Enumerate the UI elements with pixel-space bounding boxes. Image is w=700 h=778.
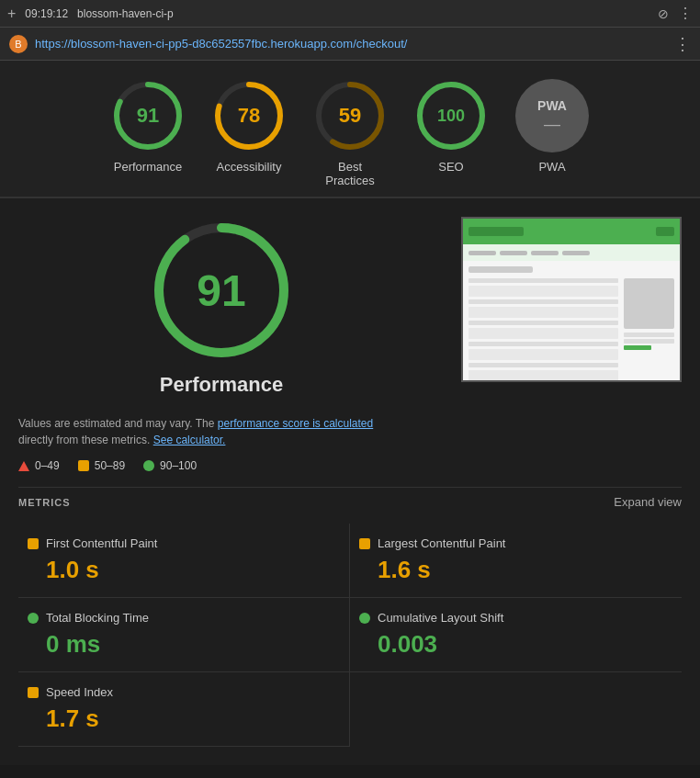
cls-dot	[359, 613, 370, 624]
score-legend: 0–49 50–89 90–100	[18, 459, 682, 472]
expand-view-button[interactable]: Expand view	[614, 495, 682, 509]
fcp-value: 1.0 s	[28, 556, 340, 584]
pwa-dash-icon: —	[544, 115, 560, 134]
legend-fail-range: 0–49	[35, 459, 60, 472]
big-score-circle: 91	[148, 217, 295, 364]
score-label-accessibility: Accessibility	[217, 160, 282, 174]
tbt-value: 0 ms	[28, 630, 340, 659]
si-dot	[28, 687, 39, 698]
score-label-best-practices: Best Practices	[313, 160, 387, 187]
si-value: 1.7 s	[28, 705, 340, 733]
score-item-best-practices[interactable]: 59 Best Practices	[313, 79, 387, 187]
metrics-header: METRICS Expand view	[18, 495, 682, 509]
score-circle-performance: 91	[111, 79, 185, 152]
score-circle-accessibility: 78	[212, 79, 286, 152]
calculator-link[interactable]: See calculator.	[153, 434, 226, 446]
description-text: Values are estimated and may vary. The p…	[18, 415, 386, 448]
pwa-circle: PWA —	[515, 79, 589, 152]
site-favicon: B	[9, 35, 28, 53]
legend-average: 50–89	[78, 459, 125, 472]
tbt-name: Total Blocking Time	[46, 611, 149, 625]
cls-value: 0.003	[359, 630, 672, 659]
metric-cls: Cumulative Layout Shift 0.003	[350, 598, 682, 672]
score-item-accessibility[interactable]: 78 Accessibility	[212, 79, 286, 187]
score-value-performance: 91	[137, 104, 159, 128]
score-circle-seo: 100	[414, 79, 488, 152]
scores-section: 91 Performance 78 Accessibility 59 Best …	[0, 61, 700, 198]
fail-icon	[18, 461, 29, 471]
url-display[interactable]: https://blossom-haven-ci-pp5-d8c652557fb…	[35, 37, 407, 51]
score-value-accessibility: 78	[238, 104, 260, 128]
page-tab-title: blossom-haven-ci-p	[77, 7, 649, 20]
score-circle-best-practices: 59	[313, 79, 387, 152]
score-item-seo[interactable]: 100 SEO	[414, 79, 488, 187]
metrics-grid: First Contentful Paint 1.0 s Largest Con…	[18, 524, 682, 747]
legend-good-range: 90–100	[160, 459, 197, 472]
metric-fcp: First Contentful Paint 1.0 s	[18, 524, 350, 598]
legend-fail: 0–49	[18, 459, 60, 472]
fcp-dot	[28, 538, 39, 549]
score-label-pwa: PWA	[538, 160, 565, 174]
si-name: Speed Index	[46, 685, 113, 699]
tbt-dot	[28, 613, 39, 624]
score-item-pwa[interactable]: PWA — PWA	[515, 79, 589, 187]
lcp-name: Largest Contentful Paint	[378, 536, 505, 550]
browser-menu-icon[interactable]: ⋮	[674, 34, 691, 54]
top-bar: + 09:19:12 blossom-haven-ci-p ⊘ ⋮	[0, 0, 700, 28]
address-bar: B https://blossom-haven-ci-pp5-d8c652557…	[0, 28, 700, 61]
lcp-value: 1.6 s	[359, 556, 672, 584]
metrics-label: METRICS	[18, 497, 71, 508]
score-item-performance[interactable]: 91 Performance	[111, 79, 185, 187]
fcp-name: First Contentful Paint	[46, 536, 157, 550]
good-icon	[143, 460, 154, 471]
metric-lcp: Largest Contentful Paint 1.6 s	[350, 524, 682, 598]
big-score-label: Performance	[160, 373, 284, 397]
metric-si: Speed Index 1.7 s	[18, 672, 350, 747]
pwa-label: PWA	[537, 98, 567, 113]
metric-tbt: Total Blocking Time 0 ms	[18, 598, 350, 672]
legend-average-range: 50–89	[95, 459, 125, 472]
menu-dots-icon[interactable]: ⋮	[678, 5, 693, 22]
score-value-best-practices: 59	[339, 104, 361, 128]
score-label-seo: SEO	[438, 160, 463, 174]
divider	[18, 487, 682, 488]
legend-good: 90–100	[143, 459, 197, 472]
main-content: 91 Performance	[0, 198, 700, 765]
new-tab-icon[interactable]: +	[7, 6, 16, 22]
perf-score-link[interactable]: performance score is calculated	[218, 417, 373, 430]
time-display: 09:19:12	[25, 7, 68, 20]
big-score-area: 91 Performance	[18, 217, 682, 397]
average-icon	[78, 460, 89, 471]
big-score-left: 91 Performance	[18, 217, 424, 397]
big-score-value: 91	[197, 265, 245, 316]
score-value-seo: 100	[437, 107, 465, 126]
lcp-dot	[359, 538, 370, 549]
cls-name: Cumulative Layout Shift	[378, 611, 503, 625]
block-icon: ⊘	[658, 6, 669, 21]
score-label-performance: Performance	[114, 160, 182, 174]
page-screenshot	[461, 217, 682, 382]
